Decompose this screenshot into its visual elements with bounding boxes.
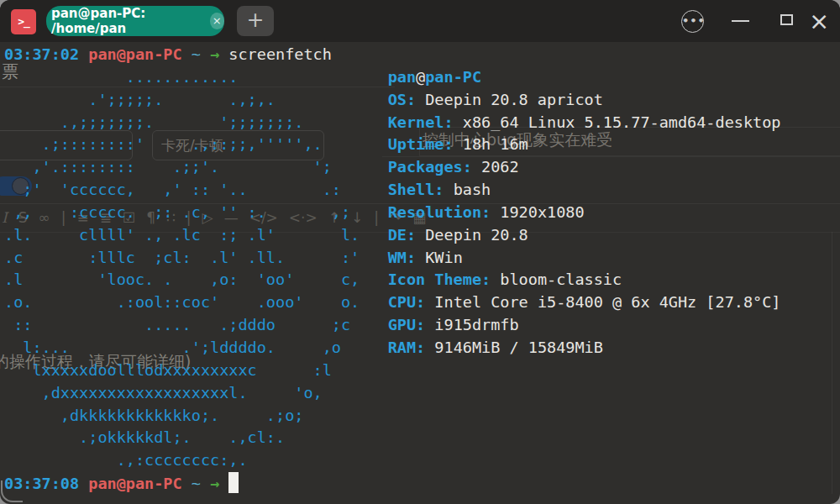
terminal-window: >_ pan@pan-PC: /home/pan × + ••• × 票 卡死/…	[0, 0, 840, 504]
terminal-line: 03:37:02 pan@pan-PC ~ → screenfetch	[4, 44, 780, 66]
terminal-app-icon: >_	[11, 9, 36, 34]
terminal-line: 03:37:08 pan@pan-PC ~ →	[4, 472, 780, 496]
terminal-line: .,;;;;;;;. ';;;;;;;. Kernel: x86_64 Linu…	[4, 112, 780, 134]
terminal-line: .,:cccccccc:,.	[4, 449, 780, 472]
terminal-line: .;okkkkkdl;. .,cl:.	[4, 427, 780, 449]
terminal-screen[interactable]: 票 卡死/卡顿 控制中心bug现象实在难受 IS∞|≡≣☑¶∷|▷—</><·>…	[0, 42, 840, 504]
terminal-line: ,dkkkkkkkkkkkko;. .;o;	[4, 405, 780, 428]
terminal-line: ,dxxxxxxxxxxxxxxxxxxl. 'o,	[4, 382, 780, 405]
terminal-cursor	[228, 472, 239, 493]
terminal-line: .;::::::::' .,::;;,''''',. Uptime: 18h 1…	[4, 134, 780, 156]
terminal-line: l:... .';lddddo. ,o RAM: 9146MiB / 15849…	[4, 337, 780, 360]
terminal-line: ,'.:::::::: .;;'. '; Packages: 2062	[4, 156, 780, 179]
terminal-line: .l 'looc. . ,o: 'oo' c, Icon Theme: bloo…	[4, 269, 780, 291]
bleed-divider	[832, 232, 832, 494]
menu-icon[interactable]: •••	[681, 10, 704, 33]
terminal-line: ;' 'cccccc, ,' :: '.. .: Shell: bash	[4, 179, 780, 202]
tab-pan-home[interactable]: pan@pan-PC: /home/pan ×	[46, 6, 224, 36]
minimize-icon[interactable]	[732, 20, 749, 22]
titlebar[interactable]: >_ pan@pan-PC: /home/pan × + ••• ×	[0, 0, 840, 42]
terminal-line: .l. cllll' ., .lc :; .l' l. DE: Deepin 2…	[4, 224, 780, 247]
terminal-output: 03:37:02 pan@pan-PC ~ → screenfetch ....…	[4, 44, 780, 496]
terminal-line: .c :lllc ;cl: .l' .ll. :' WM: KWin	[4, 247, 780, 270]
terminal-line: .o. .:ool::coc' .ooo' o. CPU: Intel Core…	[4, 291, 780, 314]
tab-title: pan@pan-PC: /home/pan	[51, 6, 203, 36]
terminal-line: .';;;;;. .,;,. OS: Deepin 20.8 apricot	[4, 89, 780, 112]
tab-close-icon[interactable]: ×	[210, 13, 224, 29]
close-icon[interactable]: ×	[809, 6, 829, 36]
maximize-icon[interactable]	[780, 14, 793, 25]
terminal-line: ............ pan@pan-PC	[4, 66, 780, 89]
new-tab-button[interactable]: +	[237, 6, 274, 36]
terminal-line: :: ..... .;dddo ;c GPU: i915drmfb	[4, 314, 780, 337]
terminal-line: lxxxxxdoolllodxxxxxxxxxc :l	[4, 360, 780, 382]
terminal-line: ,, :ccccc. ;: .c, '' :. ,; Resolution: 1…	[4, 202, 780, 224]
